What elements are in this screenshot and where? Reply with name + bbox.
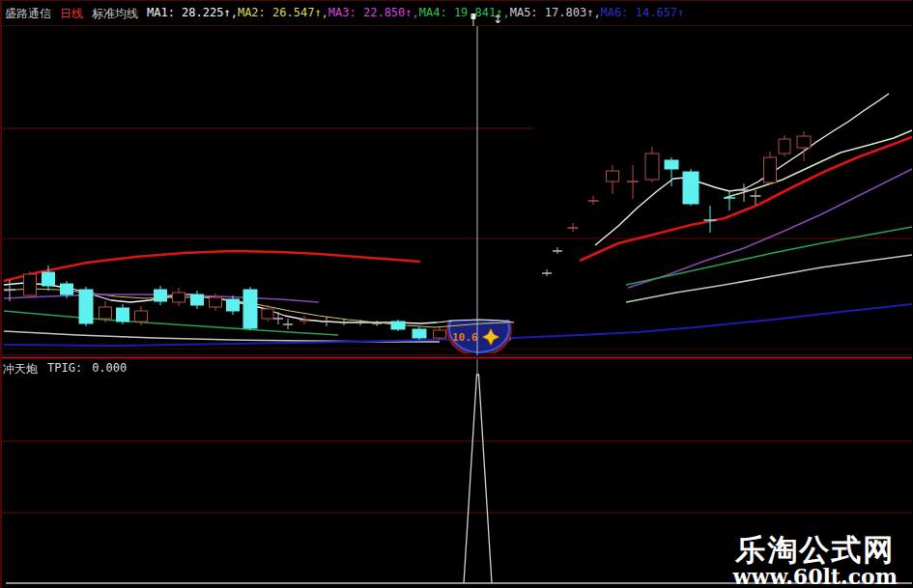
candle-down bbox=[683, 169, 699, 206]
candle-down bbox=[227, 295, 240, 315]
candle-dash-red bbox=[568, 223, 579, 232]
ma-value-6: MA6: 14.657↑ bbox=[601, 6, 685, 19]
sub-indicator-field-label: TPIG: bbox=[47, 361, 82, 378]
signal-spike bbox=[464, 375, 492, 583]
watermark: 乐淘公式网 www.60lt.com bbox=[733, 534, 898, 587]
trading-app-window: 10.6↕ 盛路通信 日线 标准均线 MA1: 28.225↑,MA2: 26.… bbox=[0, 0, 913, 588]
candle-down bbox=[117, 304, 129, 324]
line-ma-red-left bbox=[4, 251, 420, 281]
candle-up bbox=[779, 135, 790, 156]
candle-dash-gray bbox=[339, 320, 349, 325]
candle-dash-red bbox=[300, 316, 309, 324]
candle-down bbox=[191, 291, 204, 309]
candle-up bbox=[645, 147, 659, 182]
candle-up bbox=[607, 165, 619, 194]
ma-value-2: MA2: 26.547↑, bbox=[238, 6, 328, 19]
line-ma-red-right bbox=[580, 137, 912, 261]
ma-value-5: MA5: 17.803↑, bbox=[510, 6, 601, 19]
candle-dash-red bbox=[588, 196, 599, 205]
candle-cross-gray bbox=[283, 319, 293, 329]
ma-value-4: MA4: 19.841↑, bbox=[419, 6, 510, 19]
candle-down bbox=[391, 320, 405, 331]
candle-dash-gray bbox=[372, 321, 382, 326]
price-marker: 10.6 bbox=[448, 304, 511, 355]
ma-value-3: MA3: 22.850↑, bbox=[328, 6, 419, 19]
sub-indicator-field-value: 0.000 bbox=[92, 361, 127, 378]
chart-header: 盛路通信 日线 标准均线 MA1: 28.225↑,MA2: 26.547↑,M… bbox=[5, 6, 684, 22]
candle-dash-gray bbox=[542, 269, 552, 276]
marker-price-label: 10.6 bbox=[452, 331, 478, 344]
candle-down bbox=[79, 287, 93, 326]
line-ma3-right bbox=[628, 169, 912, 288]
ma-values: MA1: 28.225↑,MA2: 26.547↑,MA3: 22.850↑,M… bbox=[147, 6, 684, 22]
ma-value-1: MA1: 28.225↑, bbox=[147, 6, 238, 19]
watermark-site-name: 乐淘公式网 bbox=[733, 534, 898, 566]
period-label[interactable]: 日线 bbox=[60, 6, 83, 22]
candle-dash-red bbox=[627, 165, 639, 199]
sub-indicator-name: 冲天炮 bbox=[3, 361, 38, 378]
candle-down bbox=[243, 287, 257, 330]
candle-down bbox=[665, 157, 678, 186]
line-ma5-right bbox=[626, 255, 912, 302]
candle-cross-gray bbox=[273, 312, 283, 324]
chart-canvas[interactable]: 10.6↕ bbox=[0, 0, 913, 588]
candle-dash-gray bbox=[553, 247, 562, 254]
candle-up bbox=[434, 327, 446, 340]
stock-name: 盛路通信 bbox=[5, 6, 51, 22]
candle-up bbox=[764, 152, 777, 184]
candle-up bbox=[173, 288, 185, 306]
candle-down bbox=[413, 326, 426, 340]
candle-up bbox=[797, 131, 811, 161]
line-ma1-right bbox=[595, 94, 889, 245]
candle-up bbox=[24, 271, 37, 297]
candle-down bbox=[155, 286, 167, 305]
candle-dash-gray bbox=[751, 190, 761, 205]
candle-cross-gray bbox=[322, 317, 331, 326]
ma-indicator-name: 标准均线 bbox=[92, 6, 138, 22]
watermark-url: www.60lt.com bbox=[733, 566, 898, 587]
sub-indicator-header: 冲天炮 TPIG: 0.000 bbox=[3, 361, 127, 378]
